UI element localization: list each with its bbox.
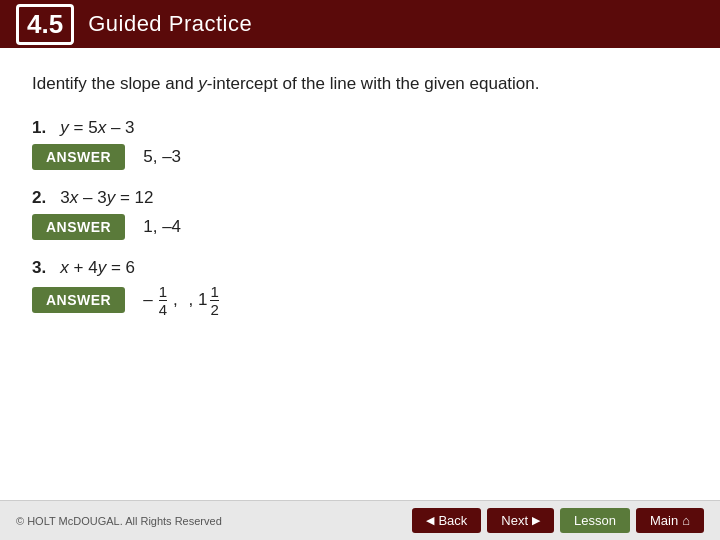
page-title: Guided Practice [88, 11, 252, 37]
section-badge: 4.5 [16, 4, 74, 45]
frac2-denominator: 2 [210, 302, 218, 317]
problem-2-equation: 3x – 3y = 12 [60, 188, 153, 207]
problem-2-label: 2. 3x – 3y = 12 [32, 188, 688, 208]
answer-text-2: 1, –4 [143, 217, 181, 237]
problem-3-label: 3. x + 4y = 6 [32, 258, 688, 278]
answer-comma: , [173, 290, 182, 310]
main-button[interactable]: Main ⌂ [636, 508, 704, 533]
back-arrow-icon: ◀ [426, 514, 434, 527]
problem-1-number: 1. [32, 118, 46, 137]
frac1-denominator: 4 [159, 302, 167, 317]
answer-prefix: – [143, 290, 152, 310]
answer-button-1[interactable]: ANSWER [32, 144, 125, 170]
instruction-text: Identify the slope and y-intercept of th… [32, 72, 688, 96]
next-arrow-icon: ▶ [532, 514, 540, 527]
footer: © HOLT McDOUGAL. All Rights Reserved ◀ B… [0, 500, 720, 540]
problem-3-answer-row: ANSWER – 1 4 , , 1 1 2 [32, 284, 688, 317]
home-icon: ⌂ [682, 513, 690, 528]
main-label: Main [650, 513, 678, 528]
back-label: Back [438, 513, 467, 528]
answer-fraction-2: 1 2 [210, 284, 218, 317]
mixed-number: , 1 1 2 [189, 284, 219, 317]
problem-2: 2. 3x – 3y = 12 ANSWER 1, –4 [32, 188, 688, 240]
answer-text-1: 5, –3 [143, 147, 181, 167]
footer-navigation: ◀ Back Next ▶ Lesson Main ⌂ [412, 508, 704, 533]
header: 4.5 Guided Practice [0, 0, 720, 48]
problem-1: 1. y = 5x – 3 ANSWER 5, –3 [32, 118, 688, 170]
next-label: Next [501, 513, 528, 528]
back-button[interactable]: ◀ Back [412, 508, 481, 533]
main-content: Identify the slope and y-intercept of th… [0, 48, 720, 351]
answer-fraction-group: – 1 4 , , 1 1 2 [143, 284, 219, 317]
frac2-numerator: 1 [210, 284, 218, 299]
lesson-button[interactable]: Lesson [560, 508, 630, 533]
answer-fraction-1: 1 4 [159, 284, 167, 317]
answer-button-3[interactable]: ANSWER [32, 287, 125, 313]
problem-2-answer-row: ANSWER 1, –4 [32, 214, 688, 240]
problem-3: 3. x + 4y = 6 ANSWER – 1 4 , , 1 1 2 [32, 258, 688, 317]
problem-3-number: 3. [32, 258, 46, 277]
frac1-numerator: 1 [159, 284, 167, 299]
copyright: © HOLT McDOUGAL. All Rights Reserved [16, 515, 222, 527]
mixed-whole: , 1 [189, 290, 208, 310]
problem-3-equation: x + 4y = 6 [60, 258, 135, 277]
problem-2-number: 2. [32, 188, 46, 207]
next-button[interactable]: Next ▶ [487, 508, 554, 533]
problem-1-equation: y = 5x – 3 [60, 118, 134, 137]
problem-1-label: 1. y = 5x – 3 [32, 118, 688, 138]
problem-1-answer-row: ANSWER 5, –3 [32, 144, 688, 170]
answer-button-2[interactable]: ANSWER [32, 214, 125, 240]
